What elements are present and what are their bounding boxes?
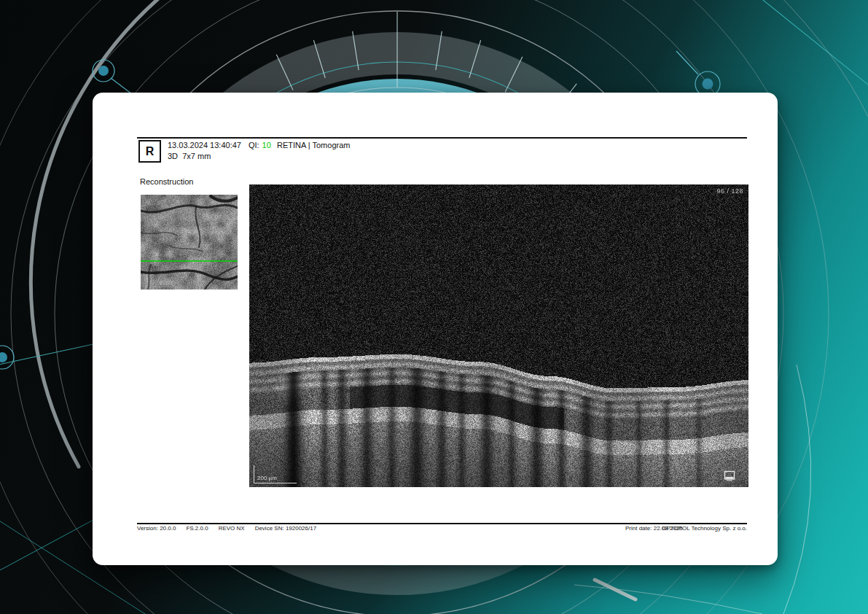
reconstruction-image — [141, 195, 238, 289]
footer-version: Version: 20.0.0 — [137, 525, 176, 532]
reconstruction-label: Reconstruction — [140, 177, 193, 186]
laterality-badge: R — [138, 140, 161, 163]
exam-type: RETINA | Tomogram — [277, 141, 350, 149]
footer-device-model: REVO NX — [219, 525, 245, 532]
exam-datetime: 13.03.2024 13:40:47 — [168, 141, 241, 149]
footer-device-serial: Device SN: 1920026/17 — [255, 525, 317, 532]
footer-rule — [137, 523, 747, 524]
scale-bar: 200 µm — [254, 465, 297, 483]
oct-bscan-canvas — [249, 184, 748, 487]
bullseye-marker-left — [0, 344, 93, 369]
footer-company: OPTOPOL Technology Sp. z o.o. — [662, 525, 747, 532]
tomogram-section: 96 / 128 200 µm — [249, 184, 748, 487]
qi-label: QI: — [249, 141, 259, 149]
header-line1: 13.03.2024 13:40:47QI:10 — [168, 141, 271, 149]
report-footer: Version: 20.0.0FS.2.0.0REVO NXDevice SN:… — [93, 525, 778, 540]
frame-counter: 96 / 128 — [716, 187, 743, 195]
scale-bar-label: 200 µm — [257, 475, 277, 481]
footer-firmware: FS.2.0.0 — [186, 525, 208, 532]
report-page: R 13.03.2024 13:40:47QI:10 RETINA | Tomo… — [93, 93, 778, 565]
bullseye-marker-top-right — [676, 51, 720, 96]
laterality-letter: R — [146, 145, 155, 158]
header-rule — [137, 137, 747, 139]
qi-value: 10 — [262, 141, 271, 149]
footer-device-info: Version: 20.0.0FS.2.0.0REVO NXDevice SN:… — [137, 525, 327, 532]
display-icon — [724, 470, 737, 481]
scan-program: 3D 7x7 mm — [168, 152, 211, 160]
